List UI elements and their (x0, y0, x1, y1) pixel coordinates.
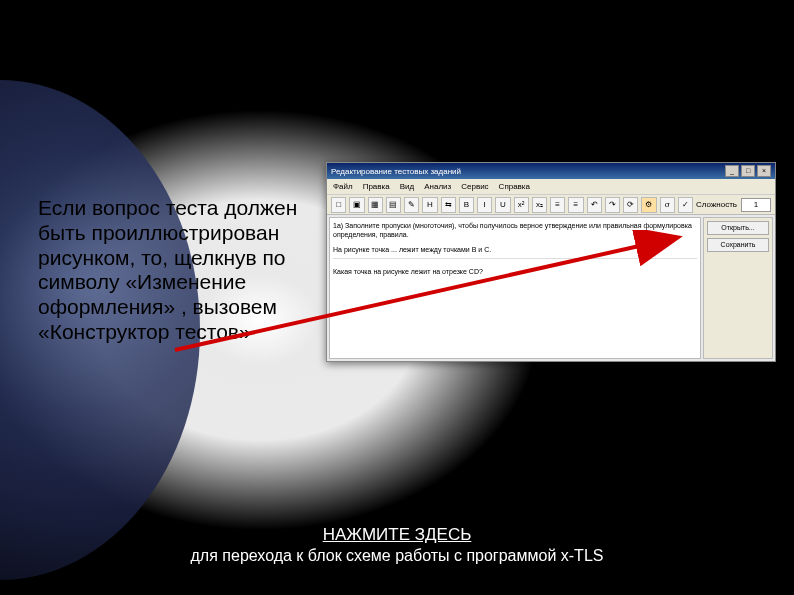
menu-item[interactable]: Правка (363, 182, 390, 191)
tool-icon[interactable]: □ (331, 197, 346, 213)
titlebar: Редактирование тестовых заданий _ □ × (327, 163, 775, 179)
tool-icon[interactable]: ▤ (386, 197, 401, 213)
question-prompt: Какая точка на рисунке лежит на отрезке … (333, 267, 697, 276)
footer-link[interactable]: НАЖМИТЕ ЗДЕСЬ (0, 525, 794, 545)
tool-icon[interactable]: ▣ (349, 197, 364, 213)
menu-item[interactable]: Вид (400, 182, 414, 191)
slide-body-text: Если вопрос теста должен быть проиллюстр… (38, 196, 298, 345)
sigma-icon[interactable]: σ (660, 197, 675, 213)
footer: НАЖМИТЕ ЗДЕСЬ для перехода к блок схеме … (0, 525, 794, 565)
superscript-icon[interactable]: x² (514, 197, 529, 213)
menu-item[interactable]: Справка (499, 182, 530, 191)
count-spinner[interactable]: 1 (741, 198, 771, 212)
open-button[interactable]: Открыть... (707, 221, 769, 235)
tool-icon[interactable]: ⇆ (441, 197, 456, 213)
check-icon[interactable]: ✓ (678, 197, 693, 213)
minimize-button[interactable]: _ (725, 165, 739, 177)
editor-window: Редактирование тестовых заданий _ □ × Фа… (326, 162, 776, 362)
slide-title: Создание теста на компьютере с установле… (0, 14, 794, 90)
menu-item[interactable]: Анализ (424, 182, 451, 191)
align-icon[interactable]: ≡ (568, 197, 583, 213)
toolbar: □ ▣ ▦ ▤ ✎ H ⇆ B I U x² x₂ ≡ ≡ ↶ ↷ ⟳ ⚙ σ … (327, 195, 775, 215)
tool-icon[interactable]: ▦ (368, 197, 383, 213)
italic-icon[interactable]: I (477, 197, 492, 213)
editor-pane[interactable]: 1а) Заполните пропуски (многоточия), что… (329, 217, 701, 359)
refresh-icon[interactable]: ⟳ (623, 197, 638, 213)
close-button[interactable]: × (757, 165, 771, 177)
window-title: Редактирование тестовых заданий (331, 167, 461, 176)
tool-icon[interactable]: H (422, 197, 437, 213)
question-prompt: 1а) Заполните пропуски (многоточия), что… (333, 221, 697, 239)
bold-icon[interactable]: B (459, 197, 474, 213)
redo-icon[interactable]: ↷ (605, 197, 620, 213)
maximize-button[interactable]: □ (741, 165, 755, 177)
menubar: Файл Правка Вид Анализ Сервис Справка (327, 179, 775, 195)
subscript-icon[interactable]: x₂ (532, 197, 547, 213)
count-label: Сложность (696, 200, 737, 209)
undo-icon[interactable]: ↶ (587, 197, 602, 213)
design-change-icon[interactable]: ⚙ (641, 197, 656, 213)
footer-subtitle: для перехода к блок схеме работы с прогр… (0, 547, 794, 565)
underline-icon[interactable]: U (495, 197, 510, 213)
question-answer: На рисунке точка ... лежит между точками… (333, 245, 697, 254)
save-button[interactable]: Сохранить (707, 238, 769, 252)
tool-icon[interactable]: ✎ (404, 197, 419, 213)
menu-item[interactable]: Файл (333, 182, 353, 191)
side-panel: Открыть... Сохранить (703, 217, 773, 359)
align-icon[interactable]: ≡ (550, 197, 565, 213)
menu-item[interactable]: Сервис (461, 182, 488, 191)
